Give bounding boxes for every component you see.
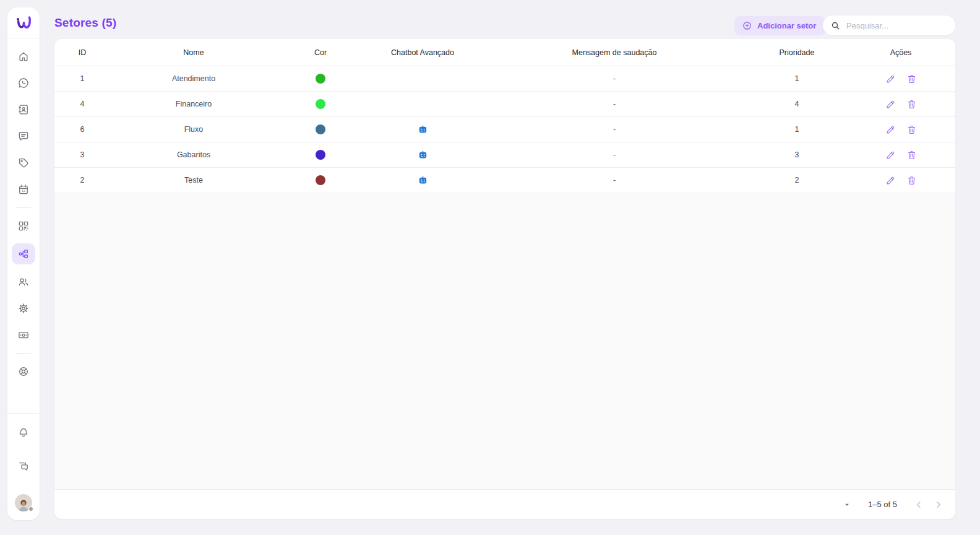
cell-chatbot [364,142,481,167]
sidebar: 12 [7,7,40,520]
search-input[interactable] [846,21,955,30]
sidebar-nav: 12 [7,38,40,381]
add-sector-button[interactable]: Adicionar setor [734,16,826,35]
sidebar-item-tags[interactable] [12,154,35,172]
qr-code-icon [17,220,30,232]
cell-prioridade: 4 [747,92,846,116]
edit-button[interactable] [884,174,897,187]
table-row[interactable]: 4 Financeiro - 4 [54,92,955,117]
sidebar-item-calendar[interactable]: 12 [12,180,35,199]
sidebar-item-chats[interactable] [12,127,35,146]
rows-per-page-dropdown[interactable] [842,500,852,510]
sidebar-item-support[interactable] [12,362,35,381]
delete-button[interactable] [905,174,918,187]
cell-chatbot [364,168,481,193]
sidebar-item-contacts[interactable] [12,100,35,119]
pagination-bar: 1–5 of 5 [54,489,955,519]
sidebar-item-users[interactable] [12,272,35,291]
cell-mensagem: - [481,66,747,91]
col-header-prioridade: Prioridade [747,39,846,66]
whatsapp-icon [17,77,30,89]
cell-id: 4 [54,92,110,116]
tag-icon [17,157,30,169]
pagination-range: 1–5 of 5 [868,500,897,509]
color-dot [316,99,325,109]
chat-double-icon [17,460,30,472]
edit-button[interactable] [884,98,897,111]
table-empty-area [54,193,955,489]
col-header-mensagem: Mensagem de saudação [481,39,747,66]
cell-id: 3 [54,142,110,167]
table-row[interactable]: 6 Fluxo - 1 [54,117,955,142]
sidebar-item-settings[interactable] [12,299,35,318]
cell-chatbot [364,92,481,116]
sectors-table: ID Nome Cor Chatbot Avançado Mensagem de… [54,39,955,519]
caret-down-icon [842,500,852,510]
internal-chat-button[interactable] [12,457,35,476]
table-row[interactable]: 2 Teste - 2 [54,168,955,193]
search-icon [830,20,841,31]
color-dot [316,150,325,160]
cell-acoes [846,168,955,193]
delete-button[interactable] [905,123,918,136]
cell-cor [277,117,364,142]
add-sector-label: Adicionar setor [757,21,816,30]
cell-prioridade: 1 [747,117,846,142]
col-header-nome: Nome [110,39,277,66]
robot-icon [418,150,428,160]
sidebar-item-whatsapp[interactable] [12,74,35,92]
cell-nome: Atendimento [110,66,277,91]
next-page-button[interactable] [933,499,944,510]
chevron-left-icon [913,499,924,510]
delete-button[interactable] [905,72,918,85]
sidebar-item-home[interactable] [12,47,35,66]
page-title: Setores (5) [54,16,116,30]
previous-page-button[interactable] [913,499,924,510]
user-avatar[interactable] [15,494,32,511]
edit-button[interactable] [884,123,897,136]
flow-hierarchy-icon [17,248,30,260]
calendar-icon: 12 [17,183,30,196]
status-dot [28,507,33,511]
delete-button[interactable] [905,98,918,111]
sidebar-item-sectors[interactable] [12,243,35,264]
col-header-id: ID [54,39,110,66]
app-logo[interactable] [7,7,40,38]
edit-button[interactable] [884,149,897,162]
color-dot [316,124,325,134]
users-icon [17,276,30,288]
cell-chatbot [364,66,481,91]
col-header-acoes: Ações [846,39,955,66]
sidebar-item-payments[interactable] [12,326,35,344]
chevron-right-icon [933,499,944,510]
cell-cor [277,168,364,193]
cell-chatbot [364,117,481,142]
table-header-row: ID Nome Cor Chatbot Avançado Mensagem de… [54,39,955,66]
edit-button[interactable] [884,72,897,85]
cell-acoes [846,66,955,91]
cell-mensagem: - [481,142,747,167]
table-row[interactable]: 3 Gabaritos - 3 [54,142,955,168]
cell-id: 6 [54,117,110,142]
cell-acoes [846,117,955,142]
cell-acoes [846,142,955,167]
cell-cor [277,66,364,91]
sidebar-item-quick-replies[interactable] [12,217,35,235]
cell-id: 1 [54,66,110,91]
cell-cor [277,142,364,167]
col-header-chatbot: Chatbot Avançado [364,39,481,66]
chat-bubble-icon [17,130,30,142]
plus-circle-icon [742,20,752,31]
robot-icon [418,175,428,186]
cell-id: 2 [54,168,110,193]
notifications-button[interactable] [12,424,35,442]
gear-icon [17,302,30,315]
cell-nome: Gabaritos [110,142,277,167]
home-icon [17,50,30,63]
table-row[interactable]: 1 Atendimento - 1 [54,66,955,92]
col-header-cor: Cor [277,39,364,66]
delete-button[interactable] [905,149,918,162]
cell-mensagem: - [481,117,747,142]
cell-cor [277,92,364,116]
brand-w-icon [14,15,33,31]
